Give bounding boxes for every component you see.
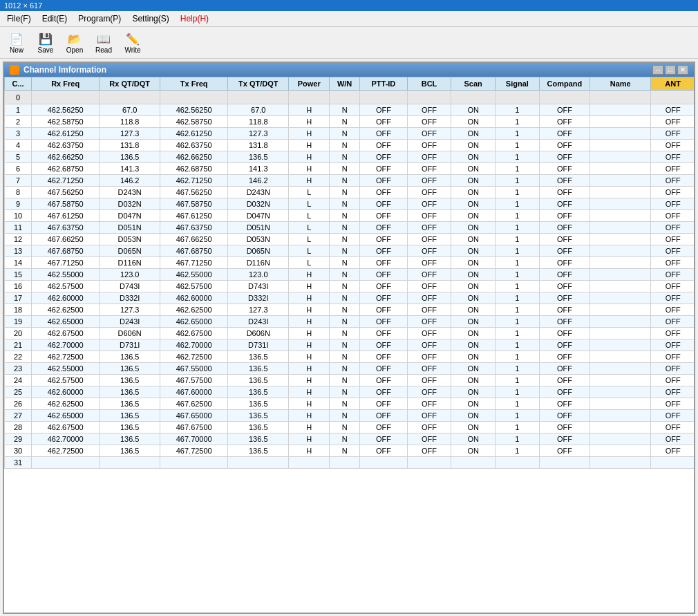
menu-edit[interactable]: Edit(E) (38, 12, 72, 25)
cell-pttid (360, 457, 408, 469)
table-row[interactable]: 14467.71250D116N467.71250D116NLNOFFOFFON… (5, 257, 695, 269)
minimize-button[interactable]: ─ (652, 65, 663, 75)
table-row[interactable]: 31 (5, 457, 695, 469)
write-button[interactable]: ✏️ Write (120, 30, 145, 55)
cell-signal: 1 (496, 375, 540, 386)
cell-pttid: OFF (360, 128, 408, 140)
cell-pttid: OFF (360, 281, 408, 292)
cell-signal: 1 (496, 351, 540, 363)
cell-ant: OFF (651, 151, 694, 163)
cell-ant (651, 457, 694, 469)
cell-bcl: OFF (407, 351, 451, 363)
table-header-power: Power (289, 77, 330, 91)
cell-pttid: OFF (360, 245, 408, 257)
cell-rxfreq: 462.68750 (32, 163, 100, 175)
maximize-button[interactable]: □ (665, 65, 676, 75)
table-row[interactable]: 30462.72500136.5467.72500136.5HNOFFOFFON… (5, 445, 695, 457)
table-row[interactable]: 11467.63750D051N467.63750D051NLNOFFOFFON… (5, 222, 695, 234)
new-label: New (10, 46, 23, 54)
save-button[interactable]: 💾 Save (33, 30, 58, 55)
cell-power: H (289, 375, 330, 386)
cell-txqt: 136.5 (228, 422, 289, 433)
cell-rxqt: D053N (100, 234, 160, 245)
table-row[interactable]: 5462.66250136.5462.66250136.5HNOFFOFFON1… (5, 151, 695, 163)
table-row[interactable]: 13467.68750D065N467.68750D065NLNOFFOFFON… (5, 245, 695, 257)
table-row[interactable]: 22462.72500136.5462.72500136.5HNOFFOFFON… (5, 351, 695, 363)
menu-help[interactable]: Help(H) (176, 12, 213, 25)
table-row[interactable]: 6462.68750141.3462.68750141.3HNOFFOFFON1… (5, 163, 695, 175)
cell-txqt: D053N (228, 234, 289, 245)
cell-scan (451, 91, 496, 104)
cell-bcl: OFF (407, 410, 451, 422)
cell-pttid: OFF (360, 316, 408, 328)
table-row[interactable]: 24462.57500136.5467.57500136.5HNOFFOFFON… (5, 375, 695, 386)
table-row[interactable]: 15462.55000123.0462.55000123.0HNOFFOFFON… (5, 269, 695, 281)
cell-txfreq: 467.57500 (160, 375, 228, 386)
cell-bcl: OFF (407, 222, 451, 234)
table-row[interactable]: 9467.58750D032N467.58750D032NLNOFFOFFON1… (5, 198, 695, 210)
table-row[interactable]: 2462.58750118.8462.58750118.8HNOFFOFFON1… (5, 116, 695, 128)
menu-setting[interactable]: Setting(S) (128, 12, 173, 25)
table-row[interactable]: 12467.66250D053N467.66250D053NLNOFFOFFON… (5, 234, 695, 245)
cell-name (590, 210, 651, 222)
cell-scan: ON (451, 363, 496, 375)
cell-txqt: 141.3 (228, 163, 289, 175)
channel-window-icon (10, 65, 19, 75)
cell-ch: 2 (5, 116, 32, 128)
cell-txfreq: 467.67500 (160, 422, 228, 433)
cell-power: H (289, 304, 330, 316)
cell-scan: ON (451, 175, 496, 187)
cell-ant: OFF (651, 269, 694, 281)
table-row[interactable]: 29462.70000136.5467.70000136.5HNOFFOFFON… (5, 433, 695, 445)
table-row[interactable]: 28462.67500136.5467.67500136.5HNOFFOFFON… (5, 422, 695, 433)
table-row[interactable]: 26462.62500136.5467.62500136.5HNOFFOFFON… (5, 398, 695, 410)
table-row[interactable]: 20462.67500D606N462.67500D606NHNOFFOFFON… (5, 328, 695, 339)
cell-name (590, 128, 651, 140)
cell-rxfreq: 467.63750 (32, 222, 100, 234)
cell-name (590, 91, 651, 104)
cell-bcl: OFF (407, 292, 451, 304)
menu-program[interactable]: Program(P) (74, 12, 125, 25)
cell-pttid: OFF (360, 445, 408, 457)
cell-pttid: OFF (360, 328, 408, 339)
cell-ch: 17 (5, 292, 32, 304)
table-row[interactable]: 4462.63750131.8462.63750131.8HNOFFOFFON1… (5, 140, 695, 151)
cell-pttid: OFF (360, 222, 408, 234)
cell-wn: N (330, 198, 360, 210)
cell-name (590, 351, 651, 363)
table-row[interactable]: 19462.65000D243I462.65000D243IHNOFFOFFON… (5, 316, 695, 328)
cell-rxfreq: 462.70000 (32, 339, 100, 351)
open-button[interactable]: 📂 Open (62, 30, 87, 55)
close-button[interactable]: ✕ (677, 65, 688, 75)
table-row[interactable]: 17462.60000D332I462.60000D332IHNOFFOFFON… (5, 292, 695, 304)
cell-ch: 22 (5, 351, 32, 363)
cell-ant: OFF (651, 163, 694, 175)
table-row[interactable]: 27462.65000136.5467.65000136.5HNOFFOFFON… (5, 410, 695, 422)
cell-ch: 8 (5, 187, 32, 198)
read-label: Read (95, 46, 112, 54)
table-row[interactable]: 0 (5, 91, 695, 104)
table-row[interactable]: 21462.70000D731I462.70000D731IHNOFFOFFON… (5, 339, 695, 351)
table-header-compand: Compand (539, 77, 589, 91)
table-row[interactable]: 25462.60000136.5467.60000136.5HNOFFOFFON… (5, 386, 695, 398)
table-container[interactable]: C...Rx FreqRx QT/DQTTx FreqTx QT/DQTPowe… (4, 77, 694, 613)
cell-txfreq: 462.62500 (160, 304, 228, 316)
cell-signal: 1 (496, 198, 540, 210)
new-button[interactable]: 📄 New (4, 30, 29, 55)
table-row[interactable]: 1462.5625067.0462.5625067.0HNOFFOFFON1OF… (5, 104, 695, 116)
write-label: Write (124, 46, 140, 54)
table-row[interactable]: 7462.71250146.2462.71250146.2HNOFFOFFON1… (5, 175, 695, 187)
cell-compand: OFF (539, 210, 589, 222)
cell-ch: 28 (5, 422, 32, 433)
cell-scan: ON (451, 269, 496, 281)
table-row[interactable]: 18462.62500127.3462.62500127.3HNOFFOFFON… (5, 304, 695, 316)
read-button[interactable]: 📖 Read (91, 30, 116, 55)
table-row[interactable]: 3462.61250127.3462.61250127.3HNOFFOFFON1… (5, 128, 695, 140)
cell-scan: ON (451, 410, 496, 422)
menu-file[interactable]: File(F) (3, 12, 35, 25)
table-row[interactable]: 8467.56250D243N467.56250D243NLNOFFOFFON1… (5, 187, 695, 198)
table-row[interactable]: 16462.57500D743I462.57500D743IHNOFFOFFON… (5, 281, 695, 292)
cell-signal: 1 (496, 140, 540, 151)
table-row[interactable]: 10467.61250D047N467.61250D047NLNOFFOFFON… (5, 210, 695, 222)
table-row[interactable]: 23462.55000136.5467.55000136.5HNOFFOFFON… (5, 363, 695, 375)
